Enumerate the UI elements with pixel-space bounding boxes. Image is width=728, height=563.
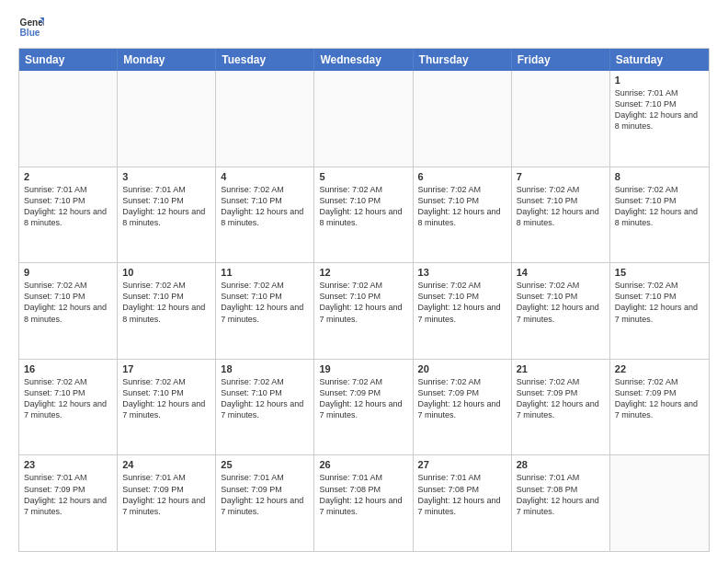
logo-icon: General Blue xyxy=(18,15,44,40)
calendar-cell: 10Sunrise: 7:02 AMSunset: 7:10 PMDayligh… xyxy=(118,263,216,359)
day-number: 9 xyxy=(24,267,112,278)
cell-info: Sunrise: 7:02 AMSunset: 7:10 PMDaylight:… xyxy=(122,376,210,421)
calendar-cell: 19Sunrise: 7:02 AMSunset: 7:09 PMDayligh… xyxy=(314,360,413,455)
day-number: 7 xyxy=(517,171,605,182)
calendar-cell: 2Sunrise: 7:01 AMSunset: 7:10 PMDaylight… xyxy=(19,167,118,263)
calendar-cell: 14Sunrise: 7:02 AMSunset: 7:10 PMDayligh… xyxy=(512,263,610,359)
cell-info: Sunrise: 7:01 AMSunset: 7:08 PMDaylight:… xyxy=(517,472,605,517)
day-number: 25 xyxy=(221,459,309,470)
cell-info: Sunrise: 7:02 AMSunset: 7:09 PMDaylight:… xyxy=(615,376,704,421)
calendar-cell: 4Sunrise: 7:02 AMSunset: 7:10 PMDaylight… xyxy=(216,167,314,263)
calendar-cell: 24Sunrise: 7:01 AMSunset: 7:09 PMDayligh… xyxy=(118,455,216,551)
calendar-cell xyxy=(118,71,216,167)
day-number: 14 xyxy=(517,267,605,278)
calendar-cell: 9Sunrise: 7:02 AMSunset: 7:10 PMDaylight… xyxy=(19,263,118,359)
header-cell-saturday: Saturday xyxy=(610,49,709,71)
cell-info: Sunrise: 7:01 AMSunset: 7:10 PMDaylight:… xyxy=(122,184,210,229)
calendar-cell: 11Sunrise: 7:02 AMSunset: 7:10 PMDayligh… xyxy=(216,263,314,359)
day-number: 28 xyxy=(517,459,605,470)
cell-info: Sunrise: 7:02 AMSunset: 7:10 PMDaylight:… xyxy=(319,184,407,229)
day-number: 23 xyxy=(24,459,112,470)
cell-info: Sunrise: 7:01 AMSunset: 7:08 PMDaylight:… xyxy=(319,472,407,517)
calendar-cell: 17Sunrise: 7:02 AMSunset: 7:10 PMDayligh… xyxy=(118,360,216,455)
calendar-cell: 12Sunrise: 7:02 AMSunset: 7:10 PMDayligh… xyxy=(314,263,413,359)
day-number: 20 xyxy=(418,363,506,374)
day-number: 16 xyxy=(24,363,112,374)
calendar-cell: 5Sunrise: 7:02 AMSunset: 7:10 PMDaylight… xyxy=(314,167,413,263)
cell-info: Sunrise: 7:02 AMSunset: 7:10 PMDaylight:… xyxy=(24,376,112,421)
calendar-cell: 7Sunrise: 7:02 AMSunset: 7:10 PMDaylight… xyxy=(512,167,610,263)
header-cell-thursday: Thursday xyxy=(414,49,512,71)
day-number: 11 xyxy=(221,267,309,278)
calendar-cell xyxy=(216,71,314,167)
day-number: 15 xyxy=(615,267,704,278)
day-number: 2 xyxy=(24,171,112,182)
calendar-row-2: 2Sunrise: 7:01 AMSunset: 7:10 PMDaylight… xyxy=(19,167,709,263)
cell-info: Sunrise: 7:01 AMSunset: 7:10 PMDaylight:… xyxy=(615,87,704,132)
calendar-cell: 28Sunrise: 7:01 AMSunset: 7:08 PMDayligh… xyxy=(512,455,610,551)
calendar-cell: 13Sunrise: 7:02 AMSunset: 7:10 PMDayligh… xyxy=(414,263,512,359)
calendar-cell: 8Sunrise: 7:02 AMSunset: 7:10 PMDaylight… xyxy=(610,167,709,263)
header: General Blue xyxy=(18,15,710,40)
calendar-cell: 26Sunrise: 7:01 AMSunset: 7:08 PMDayligh… xyxy=(314,455,413,551)
cell-info: Sunrise: 7:02 AMSunset: 7:10 PMDaylight:… xyxy=(221,280,309,325)
cell-info: Sunrise: 7:02 AMSunset: 7:09 PMDaylight:… xyxy=(517,376,605,421)
cell-info: Sunrise: 7:02 AMSunset: 7:10 PMDaylight:… xyxy=(221,376,309,421)
calendar-body: 1Sunrise: 7:01 AMSunset: 7:10 PMDaylight… xyxy=(19,71,709,551)
calendar-cell xyxy=(314,71,413,167)
calendar-cell xyxy=(610,455,709,551)
day-number: 1 xyxy=(615,75,704,86)
cell-info: Sunrise: 7:01 AMSunset: 7:09 PMDaylight:… xyxy=(122,472,210,517)
calendar-header: SundayMondayTuesdayWednesdayThursdayFrid… xyxy=(19,49,709,71)
cell-info: Sunrise: 7:02 AMSunset: 7:10 PMDaylight:… xyxy=(122,280,210,325)
header-cell-wednesday: Wednesday xyxy=(314,49,413,71)
day-number: 3 xyxy=(122,171,210,182)
day-number: 19 xyxy=(319,363,407,374)
day-number: 24 xyxy=(122,459,210,470)
day-number: 26 xyxy=(319,459,407,470)
day-number: 6 xyxy=(418,171,506,182)
cell-info: Sunrise: 7:02 AMSunset: 7:10 PMDaylight:… xyxy=(517,184,605,229)
svg-text:Blue: Blue xyxy=(20,28,40,38)
day-number: 27 xyxy=(418,459,506,470)
cell-info: Sunrise: 7:02 AMSunset: 7:10 PMDaylight:… xyxy=(615,184,704,229)
header-cell-friday: Friday xyxy=(512,49,610,71)
cell-info: Sunrise: 7:02 AMSunset: 7:10 PMDaylight:… xyxy=(517,280,605,325)
day-number: 17 xyxy=(122,363,210,374)
calendar-row-1: 1Sunrise: 7:01 AMSunset: 7:10 PMDaylight… xyxy=(19,71,709,167)
calendar-cell: 23Sunrise: 7:01 AMSunset: 7:09 PMDayligh… xyxy=(19,455,118,551)
day-number: 8 xyxy=(615,171,704,182)
calendar-cell: 22Sunrise: 7:02 AMSunset: 7:09 PMDayligh… xyxy=(610,360,709,455)
calendar-cell: 15Sunrise: 7:02 AMSunset: 7:10 PMDayligh… xyxy=(610,263,709,359)
cell-info: Sunrise: 7:02 AMSunset: 7:10 PMDaylight:… xyxy=(418,184,506,229)
calendar-row-3: 9Sunrise: 7:02 AMSunset: 7:10 PMDaylight… xyxy=(19,262,709,359)
cell-info: Sunrise: 7:02 AMSunset: 7:10 PMDaylight:… xyxy=(418,280,506,325)
cell-info: Sunrise: 7:02 AMSunset: 7:10 PMDaylight:… xyxy=(615,280,704,325)
logo: General Blue xyxy=(18,15,48,40)
cell-info: Sunrise: 7:01 AMSunset: 7:09 PMDaylight:… xyxy=(24,472,112,517)
calendar-cell: 1Sunrise: 7:01 AMSunset: 7:10 PMDaylight… xyxy=(610,71,709,167)
header-cell-sunday: Sunday xyxy=(19,49,118,71)
calendar: SundayMondayTuesdayWednesdayThursdayFrid… xyxy=(18,48,710,552)
header-cell-monday: Monday xyxy=(118,49,216,71)
cell-info: Sunrise: 7:01 AMSunset: 7:08 PMDaylight:… xyxy=(418,472,506,517)
day-number: 5 xyxy=(319,171,407,182)
cell-info: Sunrise: 7:01 AMSunset: 7:09 PMDaylight:… xyxy=(221,472,309,517)
calendar-cell: 16Sunrise: 7:02 AMSunset: 7:10 PMDayligh… xyxy=(19,360,118,455)
calendar-cell xyxy=(414,71,512,167)
calendar-cell xyxy=(19,71,118,167)
calendar-cell xyxy=(512,71,610,167)
calendar-cell: 18Sunrise: 7:02 AMSunset: 7:10 PMDayligh… xyxy=(216,360,314,455)
cell-info: Sunrise: 7:02 AMSunset: 7:09 PMDaylight:… xyxy=(418,376,506,421)
page: General Blue SundayMondayTuesdayWednesda… xyxy=(0,0,728,563)
cell-info: Sunrise: 7:02 AMSunset: 7:10 PMDaylight:… xyxy=(221,184,309,229)
day-number: 21 xyxy=(517,363,605,374)
calendar-cell: 25Sunrise: 7:01 AMSunset: 7:09 PMDayligh… xyxy=(216,455,314,551)
day-number: 18 xyxy=(221,363,309,374)
calendar-cell: 27Sunrise: 7:01 AMSunset: 7:08 PMDayligh… xyxy=(414,455,512,551)
calendar-cell: 3Sunrise: 7:01 AMSunset: 7:10 PMDaylight… xyxy=(118,167,216,263)
calendar-row-5: 23Sunrise: 7:01 AMSunset: 7:09 PMDayligh… xyxy=(19,454,709,551)
calendar-cell: 6Sunrise: 7:02 AMSunset: 7:10 PMDaylight… xyxy=(414,167,512,263)
day-number: 22 xyxy=(615,363,704,374)
day-number: 4 xyxy=(221,171,309,182)
